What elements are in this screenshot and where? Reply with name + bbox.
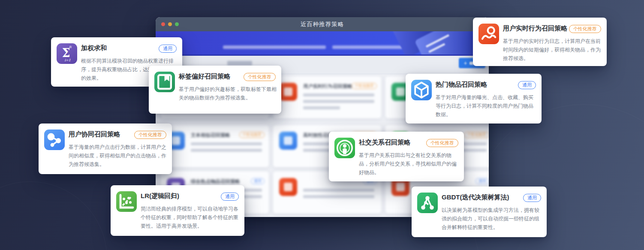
strategy-card-realtime-behavior: 用户实时行为召回策略 个性化推荐 基于用户的实时行为日志，计算用户在当前时间段内… xyxy=(473,18,607,66)
bg-card-icon xyxy=(279,178,297,196)
bg-card-badge: 个性化推荐 xyxy=(464,132,489,138)
user-activity-icon xyxy=(478,24,499,44)
plus-icon: + xyxy=(463,60,467,66)
bg-card-badge: 通用 xyxy=(251,178,265,184)
card-description: 基于用户的实时行为日志，计算用户在当前时间段内的短期偏好，获得相关物品，作为推荐… xyxy=(503,37,602,63)
device-screen-line xyxy=(426,34,450,48)
sigma-icon: nΣi=1 xyxy=(57,43,77,64)
strategy-card-social-relation: 社交关系召回策略 个性化推荐 基于用户关系召回出与之有社交关系的物品，分析用户社… xyxy=(329,132,464,181)
bg-card-title: 文本相似召回策略 xyxy=(191,132,241,138)
page-background: { "window": { "title": "近百种推荐策略", "toolb… xyxy=(0,0,644,250)
zoom-window-icon[interactable] xyxy=(175,22,179,26)
card-badge: 个性化推荐 xyxy=(426,139,458,147)
bg-card-title: 用户实时行为召回策略 xyxy=(303,83,354,89)
strategy-card-gbdt: GBDT(迭代决策树算法) 通用 以决策树为基模型的集成学习方法，拥有较强的拟合… xyxy=(412,187,547,237)
bg-card-badge: 个性化推荐 xyxy=(239,132,265,138)
card-description: 基于用户关系召回出与之有社交关系的物品，分析用户社交关系，寻找相似用户的偏好物品… xyxy=(359,151,460,177)
scatter-chart-icon xyxy=(116,191,137,212)
card-badge: 通用 xyxy=(221,193,239,201)
bg-card-line xyxy=(303,189,374,192)
card-description: 基于用户偏好的兴趣标签，获取标签下最相关的物品数据作为推荐候选集。 xyxy=(179,85,277,102)
bg-strategy-card: 文本相似召回策略 个性化推荐 xyxy=(161,125,269,167)
minimize-window-icon[interactable] xyxy=(168,22,172,26)
bg-card-icon xyxy=(279,83,297,101)
strategy-card-user-collaborative: 用户协同召回策略 个性化推荐 基于海量的用户点击行为数据，计算用户之间的相似度，… xyxy=(39,123,172,174)
bg-card-badge: 个性化推荐 xyxy=(352,83,377,89)
card-title: 用户协同召回策略 xyxy=(69,130,120,139)
bg-card-line xyxy=(303,100,374,103)
window-title: 近百种推荐策略 xyxy=(301,21,344,28)
traffic-lights xyxy=(161,22,179,26)
bg-card-icon xyxy=(279,132,297,150)
strategy-card-hot-items: 热门物品召回策略 通用 基于对用户海量的曝光、点击、收藏、购买等行为日志，计算不… xyxy=(406,74,542,123)
card-title: 用户实时行为召回策略 xyxy=(503,24,567,33)
bg-card-line xyxy=(303,195,374,198)
card-badge: 通用 xyxy=(518,81,536,89)
banner-text-bar xyxy=(223,45,326,49)
card-badge: 个性化推荐 xyxy=(569,25,601,33)
card-badge: 个性化推荐 xyxy=(134,131,166,139)
card-description: 以决策树为基模型的集成学习方法，拥有较强的拟合能力，可以自动挖掘一些特征的组合并… xyxy=(442,206,542,232)
bg-card-line xyxy=(303,106,340,109)
strategy-card-lr: LR(逻辑回归) 通用 简洁而经典的排序模型，可以自动地学习各个特征的权重，同时… xyxy=(111,185,244,236)
card-description: 基于海量的用户点击行为数据，计算用户之间的相似度，获得相似用户的点击物品，作为推… xyxy=(69,143,168,169)
book-bookmark-icon xyxy=(154,72,175,92)
card-title: 热门物品召回策略 xyxy=(436,81,487,89)
decorative-ring xyxy=(0,181,107,250)
bg-strategy-card: 用户实时行为召回策略 个性化推荐 xyxy=(273,76,381,118)
bg-card-line xyxy=(303,93,374,96)
card-title: 加权求和 xyxy=(81,44,107,52)
banner-text-bar xyxy=(332,45,403,49)
bg-card-title: 综合热点物品召回策略 xyxy=(191,178,241,184)
share-network-icon xyxy=(44,130,65,150)
close-window-icon[interactable] xyxy=(161,22,165,26)
card-badge: 通用 xyxy=(523,194,541,202)
card-title: 标签偏好召回策略 xyxy=(179,72,230,81)
hero-banner xyxy=(156,31,489,56)
tree-icon xyxy=(417,193,438,213)
window-titlebar: 近百种推荐策略 xyxy=(156,17,489,31)
card-title: GBDT(迭代决策树算法) xyxy=(442,193,509,202)
toolbar-tab-placeholder xyxy=(227,61,252,66)
card-badge: 通用 xyxy=(159,45,177,53)
cube-icon xyxy=(411,80,432,100)
card-title: LR(逻辑回归) xyxy=(141,192,179,200)
card-title: 社交关系召回策略 xyxy=(359,139,410,147)
card-badge: 个性化推荐 xyxy=(244,73,276,81)
card-description: 简洁而经典的排序模型，可以自动地学习各个特征的权重，同时帮助了解各个特征的重要性… xyxy=(141,205,240,230)
strategy-card-tag-preference: 标签偏好召回策略 个性化推荐 基于用户偏好的兴趣标签，获取标签下最相关的物品数据… xyxy=(149,66,281,114)
bg-card-line xyxy=(191,142,262,145)
card-description: 基于对用户海量的曝光、点击、收藏、购买等行为日志，计算不同粒度的用户热门物品数据… xyxy=(436,93,537,119)
podcast-icon xyxy=(334,138,355,158)
bg-card-line xyxy=(191,149,262,152)
bg-card-badge: 通用 xyxy=(475,178,489,184)
